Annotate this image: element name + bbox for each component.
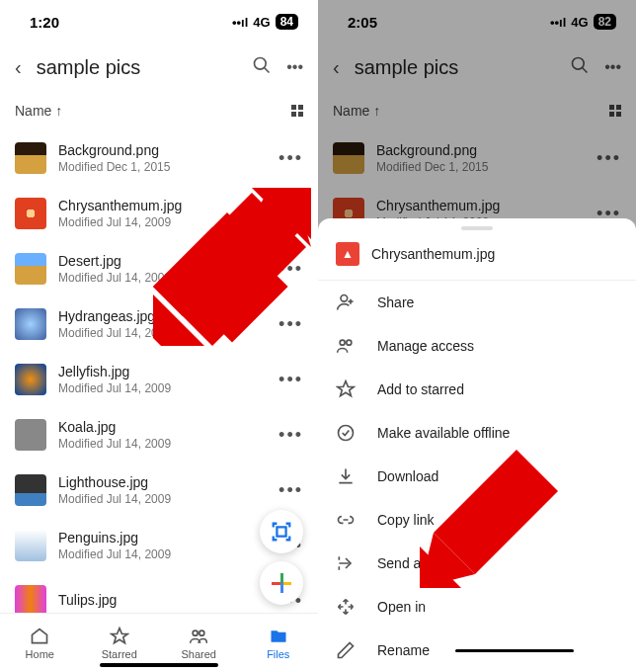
network-label: 4G <box>253 15 270 30</box>
file-date: Modified Jul 14, 2009 <box>58 492 267 506</box>
file-thumb <box>15 142 46 174</box>
sheet-label: Make available offline <box>377 425 510 441</box>
sheet-label: Open in <box>377 599 426 615</box>
file-thumb <box>15 198 46 229</box>
battery-badge: 84 <box>276 14 298 30</box>
tab-label: Home <box>26 648 54 660</box>
svg-line-1 <box>265 68 270 73</box>
sheet-item-rename[interactable]: Rename <box>318 629 636 672</box>
plus-icon <box>272 573 291 593</box>
file-thumb <box>15 474 46 506</box>
offline-icon <box>336 423 356 443</box>
file-name: Lighthouse.jpg <box>58 474 267 490</box>
sheet-label: Rename <box>377 642 430 658</box>
annotation-arrow <box>153 188 311 346</box>
nav-title: sample pics <box>37 56 238 79</box>
file-thumb <box>15 253 46 285</box>
people-icon <box>336 336 356 356</box>
tab-label: Shared <box>182 648 216 660</box>
file-date: Modified Jul 14, 2009 <box>58 437 267 451</box>
svg-point-7 <box>340 340 345 345</box>
status-time: 1:20 <box>30 14 59 31</box>
file-name: Jellyfish.jpg <box>58 364 267 379</box>
sort-button[interactable]: Name ↑ <box>15 103 62 119</box>
svg-point-2 <box>193 630 198 635</box>
back-button[interactable]: ‹ <box>15 56 22 79</box>
file-item[interactable]: Background.pngModified Dec 1, 2015••• <box>15 130 303 186</box>
action-sheet: ▲ Chrysanthemum.jpg Share Manage access … <box>318 218 636 672</box>
edit-icon <box>336 640 356 660</box>
file-date: Modified Jul 14, 2009 <box>58 547 267 561</box>
svg-point-6 <box>341 295 348 302</box>
person-add-icon <box>336 293 356 312</box>
file-more-icon[interactable]: ••• <box>278 425 303 446</box>
file-item[interactable]: Jellyfish.jpgModified Jul 14, 2009••• <box>15 352 303 407</box>
sheet-label: Share <box>377 294 414 310</box>
more-icon[interactable]: ••• <box>286 58 303 76</box>
tab-files[interactable]: Files <box>239 614 319 672</box>
sort-bar: Name ↑ <box>0 91 318 130</box>
nav-bar: ‹ sample pics ••• <box>0 43 318 91</box>
sheet-item-share[interactable]: Share <box>318 281 636 324</box>
file-more-icon[interactable]: ••• <box>278 480 303 501</box>
sheet-item-manage[interactable]: Manage access <box>318 324 636 368</box>
sheet-header: ▲ Chrysanthemum.jpg <box>318 230 636 281</box>
send-icon <box>336 553 356 573</box>
file-thumb <box>15 419 46 451</box>
file-name: Koala.jpg <box>58 419 267 435</box>
file-thumb <box>15 308 46 340</box>
file-date: Modified Jul 14, 2009 <box>58 381 267 395</box>
add-fab[interactable] <box>260 561 303 605</box>
svg-point-8 <box>347 340 352 345</box>
tab-label: Files <box>267 648 289 660</box>
file-thumb <box>15 530 46 561</box>
tab-label: Starred <box>102 648 137 660</box>
sheet-label: Add to starred <box>377 381 464 397</box>
sheet-title: Chrysanthemum.jpg <box>371 246 495 262</box>
file-name: Background.png <box>58 142 267 158</box>
home-indicator <box>100 663 218 667</box>
sheet-item-open-in[interactable]: Open in <box>318 585 636 629</box>
grid-view-icon[interactable] <box>291 105 303 117</box>
file-item[interactable]: Koala.jpgModified Jul 14, 2009••• <box>15 407 303 462</box>
file-item[interactable]: Lighthouse.jpgModified Jul 14, 2009••• <box>15 462 303 518</box>
tab-home[interactable]: Home <box>0 614 80 672</box>
file-name: Tulips.jpg <box>58 592 267 608</box>
open-icon <box>336 597 356 617</box>
svg-point-0 <box>255 58 267 70</box>
svg-point-9 <box>339 426 354 441</box>
file-name: Penguins.jpg <box>58 530 267 546</box>
signal-icon: ••ıl <box>232 15 248 30</box>
annotation-arrow <box>415 450 563 588</box>
svg-point-3 <box>199 630 204 635</box>
file-thumb <box>15 364 46 395</box>
download-icon <box>336 466 356 486</box>
file-more-icon[interactable]: ••• <box>278 148 303 169</box>
sheet-label: Manage access <box>377 338 474 354</box>
file-more-icon[interactable]: ••• <box>278 370 303 390</box>
status-bar: 1:20 ••ıl 4G 84 <box>0 0 318 43</box>
link-icon <box>336 510 356 530</box>
search-icon[interactable] <box>252 55 272 79</box>
sheet-item-offline[interactable]: Make available offline <box>318 411 636 455</box>
image-icon: ▲ <box>336 242 359 266</box>
star-icon <box>336 379 356 399</box>
sheet-item-star[interactable]: Add to starred <box>318 368 636 411</box>
scan-fab[interactable] <box>260 510 303 553</box>
redaction-bar <box>455 649 574 652</box>
file-date: Modified Dec 1, 2015 <box>58 160 267 174</box>
